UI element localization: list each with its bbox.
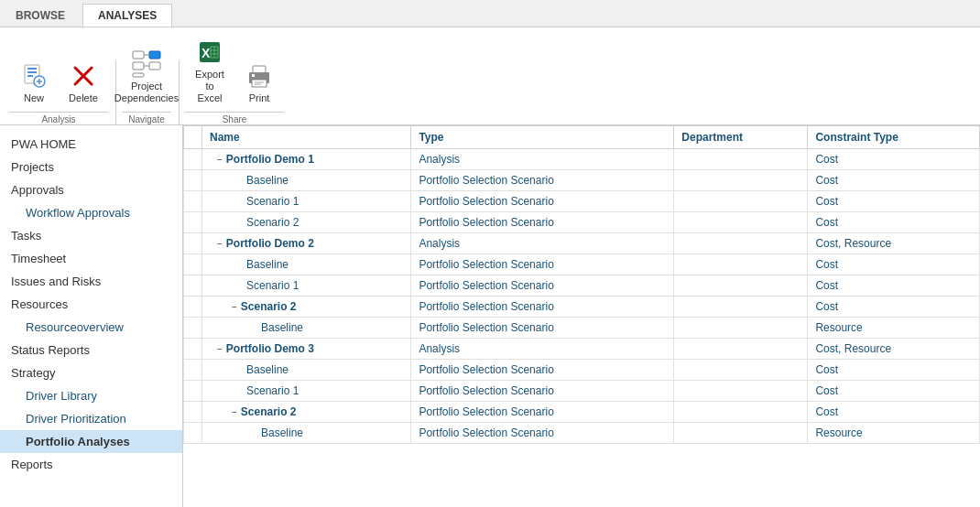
sidebar-item-strategy[interactable]: Strategy [0,361,182,384]
row-type-cell: Analysis [411,338,674,359]
expand-icon[interactable]: − [217,155,223,165]
sidebar-item-approvals[interactable]: Approvals [0,178,182,201]
table-row[interactable]: BaselinePortfolio Selection ScenarioCost [184,359,980,380]
svg-rect-24 [252,80,267,87]
sidebar-item-issues-risks[interactable]: Issues and Risks [0,270,182,293]
delete-button[interactable]: Delete [59,51,108,110]
row-name-cell[interactable]: Scenario 1 [202,275,411,296]
project-dependencies-button[interactable]: ProjectDependencies [122,45,171,109]
print-button[interactable]: Print [234,51,284,110]
print-icon [245,61,274,91]
row-checkbox-cell [184,148,202,169]
table-row[interactable]: BaselinePortfolio Selection ScenarioCost [184,169,980,190]
analyses-table: Name Type Department Constraint Type −Po… [183,125,980,444]
row-name-cell[interactable]: Baseline [202,317,411,338]
row-checkbox-cell [184,254,202,275]
table-row[interactable]: Scenario 1Portfolio Selection ScenarioCo… [184,275,980,296]
table-row[interactable]: BaselinePortfolio Selection ScenarioCost [184,254,980,275]
row-checkbox-cell [184,401,202,422]
row-department-cell [674,359,808,380]
row-name-cell[interactable]: Scenario 1 [202,190,411,211]
row-constraint-cell: Cost [808,254,980,275]
col-type[interactable]: Type [411,125,674,148]
row-name-cell[interactable]: −Scenario 2 [202,401,411,422]
row-checkbox-cell [184,275,202,296]
svg-rect-3 [27,75,33,77]
export-to-excel-button[interactable]: X Export toExcel [185,33,234,110]
row-name-cell[interactable]: −Scenario 2 [202,296,411,317]
row-department-cell [674,190,808,211]
table-row[interactable]: −Portfolio Demo 2AnalysisCost, Resource [184,232,980,254]
table-row[interactable]: −Portfolio Demo 3AnalysisCost, Resource [184,338,980,359]
sidebar-item-projects[interactable]: Projects [0,156,182,178]
sidebar-item-status-reports[interactable]: Status Reports [0,339,182,361]
row-checkbox-cell [184,169,202,190]
sidebar-item-resources[interactable]: Resources [0,293,182,316]
sidebar-item-workflow-approvals[interactable]: Workflow Approvals [0,201,182,224]
row-name-cell[interactable]: Baseline [202,359,411,380]
expand-icon[interactable]: − [232,302,237,312]
row-name-cell[interactable]: Scenario 1 [202,380,411,401]
row-name-cell[interactable]: −Portfolio Demo 3 [202,338,411,359]
row-name-cell[interactable]: Baseline [202,254,411,275]
row-constraint-cell: Cost [808,401,980,422]
row-name-cell[interactable]: Scenario 2 [202,211,411,232]
sidebar-item-pwa-home[interactable]: PWA HOME [0,133,182,156]
row-name: Scenario 2 [241,300,297,313]
row-type-cell: Portfolio Selection Scenario [411,169,674,190]
table-row[interactable]: −Portfolio Demo 1AnalysisCost [184,148,980,169]
tab-analyses[interactable]: ANALYSES [82,4,172,27]
row-name-cell[interactable]: −Portfolio Demo 2 [202,232,411,254]
sidebar-item-driver-library[interactable]: Driver Library [0,384,182,407]
col-department[interactable]: Department [674,125,808,148]
table-row[interactable]: BaselinePortfolio Selection ScenarioReso… [184,422,980,443]
table-row[interactable]: Scenario 1Portfolio Selection ScenarioCo… [184,380,980,401]
svg-rect-9 [133,51,144,59]
expand-icon[interactable]: − [232,407,237,417]
svg-rect-25 [252,74,255,77]
row-checkbox-cell [184,359,202,380]
row-name: Portfolio Demo 3 [226,342,314,355]
table-row[interactable]: BaselinePortfolio Selection ScenarioReso… [184,317,980,338]
row-department-cell [674,275,808,296]
svg-rect-10 [149,51,160,59]
row-name-cell[interactable]: Baseline [202,422,411,443]
svg-rect-1 [27,68,37,70]
table-row[interactable]: Scenario 2Portfolio Selection ScenarioCo… [184,211,980,232]
row-department-cell [674,148,808,169]
row-name-cell[interactable]: Baseline [202,169,411,190]
excel-icon: X [195,38,224,67]
col-name[interactable]: Name [202,125,411,148]
sidebar-item-tasks[interactable]: Tasks [0,224,182,247]
expand-icon[interactable]: − [217,239,223,249]
sidebar-item-timesheet[interactable]: Timesheet [0,247,182,270]
sidebar-item-resourceoverview[interactable]: Resourceoverview [0,316,182,339]
row-name-cell[interactable]: −Portfolio Demo 1 [202,148,411,169]
svg-rect-2 [27,71,37,73]
sidebar-item-driver-prioritization[interactable]: Driver Prioritization [0,407,182,430]
delete-icon [69,61,98,91]
table-row[interactable]: −Scenario 2Portfolio Selection ScenarioC… [184,296,980,317]
navigate-group-label: Navigate [122,112,171,124]
row-department-cell [674,211,808,232]
table-row[interactable]: Scenario 1Portfolio Selection ScenarioCo… [184,190,980,211]
project-dependencies-icon [132,49,161,79]
row-name: Baseline [246,363,289,376]
row-type-cell: Portfolio Selection Scenario [411,190,674,211]
new-button[interactable]: New [9,51,59,110]
tab-browse[interactable]: BROWSE [0,4,81,27]
table-row[interactable]: −Scenario 2Portfolio Selection ScenarioC… [184,401,980,422]
sidebar-item-reports[interactable]: Reports [0,453,182,476]
col-constraint-type[interactable]: Constraint Type [808,125,980,148]
sidebar-item-portfolio-analyses[interactable]: Portfolio Analyses [0,430,182,453]
row-constraint-cell: Cost [808,190,980,211]
svg-rect-12 [149,62,160,70]
new-icon [19,61,49,91]
row-checkbox-cell [184,380,202,401]
row-department-cell [674,169,808,190]
row-constraint-cell: Cost [808,296,980,317]
row-name: Scenario 1 [246,384,299,397]
row-department-cell [674,422,808,443]
row-type-cell: Portfolio Selection Scenario [411,422,674,443]
expand-icon[interactable]: − [217,344,223,354]
